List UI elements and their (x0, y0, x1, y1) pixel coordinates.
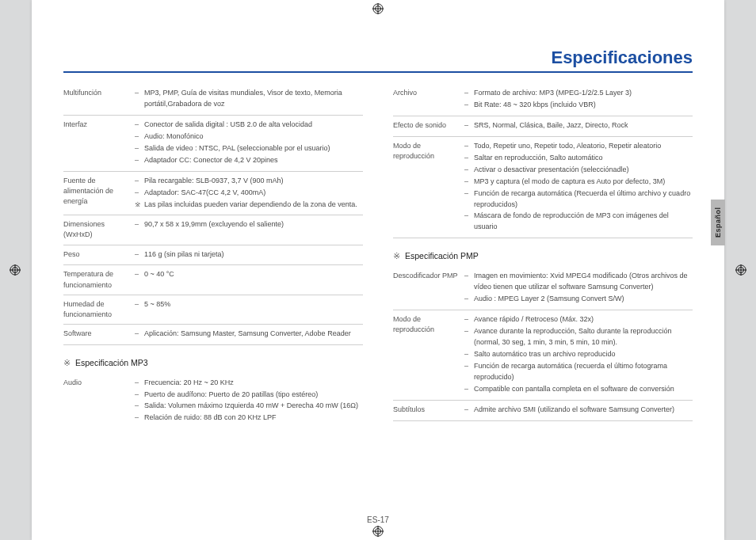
spec-line: –Todo, Repetir uno, Repetir todo, Aleato… (464, 141, 693, 152)
spec-text: Todo, Repetir uno, Repetir todo, Aleator… (474, 141, 693, 152)
spec-text: Activar o desactivar presentación (selec… (474, 165, 693, 176)
document-sheet: Español Especificaciones Multifunción–MP… (32, 0, 724, 540)
spec-text: Adaptador CC: Conector de 4,2 V 20pines (144, 155, 363, 166)
dash-icon: – (464, 177, 474, 188)
spec-line: –MP3 y captura (el modo de captura es Au… (464, 177, 693, 188)
spec-text: Imagen en movimiento: Xvid MPEG4 modific… (474, 271, 693, 293)
spec-line: –MP3, PMP, Guía de visitas mundiales, Vi… (135, 88, 363, 110)
dash-icon: – (135, 329, 144, 340)
spec-values: –90,7 x 58 x 19,9mm (excluyendo el salie… (135, 219, 363, 231)
spec-values: –116 g (sin pilas ni tarjeta) (135, 249, 363, 261)
spec-label: Efecto de sonido (393, 120, 464, 131)
dash-icon: – (135, 188, 144, 199)
spec-text: Salida de video : NTSC, PAL (seleccionab… (144, 143, 363, 154)
dash-icon: – (135, 120, 144, 131)
spec-line: –Función de recarga automática (Recuerda… (464, 188, 693, 211)
spec-label: Temperatura de funcionamiento (63, 269, 135, 290)
spec-label: Fuente de alimentación de energía (63, 176, 135, 207)
dash-icon: – (135, 299, 144, 310)
page-content: Especificaciones Multifunción–MP3, PMP, … (63, 48, 693, 500)
spec-line: –Adaptador CC: Conector de 4,2 V 20pines (135, 155, 363, 166)
spec-row: Software–Aplicación: Samsung Master, Sam… (63, 325, 363, 345)
spec-line: –Saltar en reproducción, Salto automátic… (464, 153, 693, 164)
spec-text: 0 ~ 40 °C (144, 269, 363, 280)
spec-row: Descodificador PMP–Imagen en movimiento:… (393, 267, 693, 310)
asterisk-icon: ※ (135, 200, 144, 211)
spec-text: Admite archivo SMI (utilizando el softwa… (474, 405, 693, 416)
spec-line: –Imagen en movimiento: Xvid MPEG4 modifi… (464, 271, 693, 293)
spec-row: Peso–116 g (sin pilas ni tarjeta) (63, 245, 363, 266)
spec-text: Conector de salida digital : USB 2.0 de … (144, 120, 363, 131)
dash-icon: – (464, 141, 474, 152)
spec-line: –Salida de video : NTSC, PAL (selecciona… (135, 143, 363, 154)
spec-line: –Puerto de audífono: Puerto de 20 patill… (135, 390, 363, 401)
dash-icon: – (464, 314, 474, 325)
dash-icon: – (464, 88, 474, 99)
spec-line: –Salto automático tras un archivo reprod… (464, 349, 693, 360)
dash-icon: – (464, 120, 474, 131)
spec-row: Archivo–Formato de archivo: MP3 (MPEG-1/… (393, 84, 693, 116)
spec-row: Interfaz–Conector de salida digital : US… (63, 116, 363, 172)
spec-text: Relación de ruido: 88 dB con 20 KHz LPF (144, 413, 363, 424)
dash-icon: – (135, 413, 144, 424)
dash-icon: – (464, 153, 474, 164)
spec-line: –Adaptador: SAC-47(CC 4,2 V, 400mA) (135, 188, 363, 199)
spec-text: Puerto de audífono: Puerto de 20 patilla… (144, 390, 363, 401)
spec-line: –Avance durante la reproducción, Salto d… (464, 326, 693, 348)
page-footer: ES-17 (32, 515, 724, 524)
spec-values: –Pila recargable: SLB-0937, 3,7 V (900 m… (135, 176, 363, 211)
spec-line: –SRS, Normal, Clásica, Baile, Jazz, Dire… (464, 120, 693, 131)
spec-line: –Salida: Volumen máximo Izquierda 40 mW … (135, 401, 363, 412)
spec-text: Función de recarga automática (recuerda … (474, 361, 693, 383)
spec-text: Salida: Volumen máximo Izquierda 40 mW +… (144, 401, 363, 412)
spec-text: Avance rápido / Retroceso (Máx. 32x) (474, 314, 693, 325)
registration-mark-bottom (372, 526, 384, 537)
spec-values: –0 ~ 40 °C (135, 269, 363, 281)
spec-label: Dimensiones (WxHxD) (63, 219, 135, 240)
spec-values: –Avance rápido / Retroceso (Máx. 32x)–Av… (464, 314, 693, 396)
spec-line: –Aplicación: Samsung Master, Samsung Con… (135, 329, 363, 340)
spec-line: –Bit Rate: 48 ~ 320 kbps (incluido VBR) (464, 100, 693, 111)
spec-line: –Pila recargable: SLB-0937, 3,7 V (900 m… (135, 176, 363, 187)
section-title-text: Especificación PMP (405, 251, 479, 260)
dash-icon: – (464, 361, 474, 372)
asterisk-icon: ※ (393, 251, 400, 260)
columns: Multifunción–MP3, PMP, Guía de visitas m… (63, 84, 693, 428)
spec-text: Salto automático tras un archivo reprodu… (474, 349, 693, 360)
section-title: ※Especificación MP3 (63, 358, 363, 367)
spec-line: –Función de recarga automática (recuerda… (464, 361, 693, 383)
spec-line: –116 g (sin pilas ni tarjeta) (135, 249, 363, 260)
spec-row: Subtítulos–Admite archivo SMI (utilizand… (393, 401, 693, 421)
dash-icon: – (464, 100, 474, 111)
spec-row: Temperatura de funcionamiento–0 ~ 40 °C (63, 265, 363, 295)
spec-line: –Audio: Monofónico (135, 131, 363, 143)
dash-icon: – (464, 326, 474, 337)
dash-icon: – (464, 405, 474, 416)
registration-mark-left (10, 264, 21, 276)
spec-line: –Activar o desactivar presentación (sele… (464, 165, 693, 176)
dash-icon: – (464, 271, 474, 282)
spec-text: Máscara de fondo de reproducción de MP3 … (474, 211, 693, 233)
spec-text: Audio : MPEG Layer 2 (Samsung Convert S/… (474, 294, 693, 305)
dash-icon: – (135, 401, 144, 412)
spec-text: SRS, Normal, Clásica, Baile, Jazz, Direc… (474, 120, 693, 131)
spec-values: –SRS, Normal, Clásica, Baile, Jazz, Dire… (464, 120, 693, 132)
dash-icon: – (135, 249, 144, 260)
dash-icon: – (464, 165, 474, 176)
spec-label: Audio (63, 378, 135, 388)
spec-row: Dimensiones (WxHxD)–90,7 x 58 x 19,9mm (… (63, 215, 363, 245)
dash-icon: – (464, 384, 474, 395)
language-tab: Español (711, 200, 725, 245)
spec-text: Saltar en reproducción, Salto automático (474, 153, 693, 164)
spec-values: –MP3, PMP, Guía de visitas mundiales, Vi… (135, 88, 363, 111)
spec-line: –0 ~ 40 °C (135, 269, 363, 280)
spec-text: Función de recarga automática (Recuerda … (474, 188, 693, 211)
spec-line: –5 ~ 85% (135, 299, 363, 310)
spec-label: Interfaz (63, 120, 135, 130)
spec-row: Efecto de sonido–SRS, Normal, Clásica, B… (393, 116, 693, 137)
spec-text: Pila recargable: SLB-0937, 3,7 V (900 mA… (144, 176, 363, 187)
spec-text: Compatible con pantalla completa en el s… (474, 384, 693, 395)
dash-icon: – (135, 155, 144, 166)
dash-icon: – (135, 131, 144, 143)
spec-label: Modo de reproducción (393, 141, 464, 162)
